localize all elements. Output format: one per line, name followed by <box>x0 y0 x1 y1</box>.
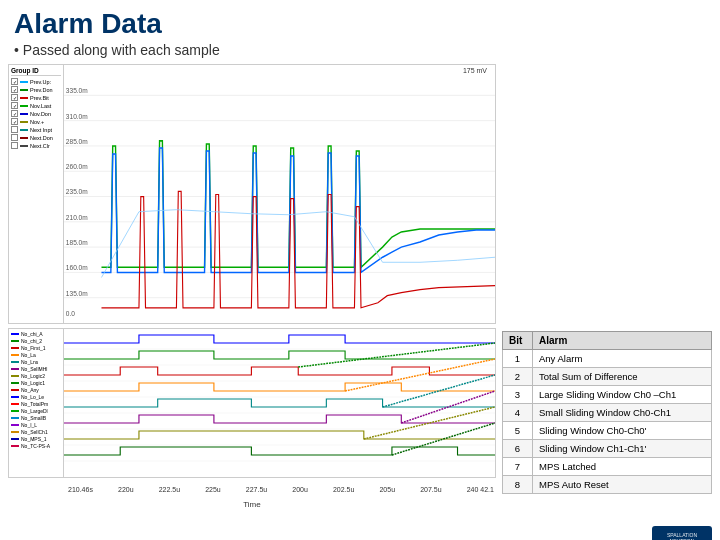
bottom-legend-label: No_MPS_1 <box>21 436 47 442</box>
bottom-legend-label: No_Logic2 <box>21 373 45 379</box>
alarm-cell: MPS Auto Reset <box>533 476 712 494</box>
bottom-legend-color-swatch <box>11 347 19 349</box>
legend-label: Next Inpt <box>30 127 52 133</box>
legend-checkbox[interactable]: ✓ <box>11 86 18 93</box>
bottom-legend-item: No_SellMHl <box>11 366 61 372</box>
logo: SPALLATION NEUTRON SOURCE <box>652 526 712 540</box>
legend-item: Next Inpt <box>11 126 61 133</box>
bottom-legend-item: No_SellCh1 <box>11 429 61 435</box>
bottom-legend-item: No_Logic1 <box>11 380 61 386</box>
table-row: 8MPS Auto Reset <box>503 476 712 494</box>
legend-checkbox[interactable]: ✓ <box>11 118 18 125</box>
page-subtitle: Passed along with each sample <box>0 42 720 64</box>
legend-checkbox[interactable] <box>11 142 18 149</box>
svg-text:160.0m: 160.0m <box>66 264 88 271</box>
bottom-legend-color-swatch <box>11 396 19 398</box>
bit-cell: 3 <box>503 386 533 404</box>
svg-text:210.0m: 210.0m <box>66 214 88 221</box>
top-chart: Group ID ✓Prev.Up:✓Prev.Don✓Prev.Bit✓Nov… <box>8 64 496 324</box>
legend-label: Nov.+ <box>30 119 44 125</box>
bottom-legend-color-swatch <box>11 438 19 440</box>
legend-item: ✓Nov.Last <box>11 102 61 109</box>
top-chart-legend: Group ID ✓Prev.Up:✓Prev.Don✓Prev.Bit✓Nov… <box>9 65 64 323</box>
bottom-legend-color-swatch <box>11 368 19 370</box>
bottom-legend-label: No_chi_2 <box>21 338 42 344</box>
bottom-chart-legend: No_chi_ANo_chi_2No_First_1No_LaNo_LnsNo_… <box>9 329 64 477</box>
bit-cell: 4 <box>503 404 533 422</box>
legend-color-swatch <box>20 145 28 147</box>
bottom-legend-item: No_MPS_1 <box>11 436 61 442</box>
legend-label: Nov.Last <box>30 103 51 109</box>
bit-cell: 2 <box>503 368 533 386</box>
bottom-legend-label: No_Anу <box>21 387 39 393</box>
bit-cell: 7 <box>503 458 533 476</box>
bottom-legend-color-swatch <box>11 361 19 363</box>
top-chart-plot: 175 mV 335.0m <box>64 65 495 323</box>
legend-color-swatch <box>20 97 28 99</box>
right-panel: Bit Alarm 1Any Alarm2Total Sum of Differ… <box>502 64 712 524</box>
alarm-cell: Any Alarm <box>533 350 712 368</box>
legend-item: ✓Nov.+ <box>11 118 61 125</box>
svg-text:310.0m: 310.0m <box>66 112 88 119</box>
alarm-cell: MPS Latched <box>533 458 712 476</box>
legend-label: Prev.Bit <box>30 95 49 101</box>
bottom-legend-item: No_Lns <box>11 359 61 365</box>
svg-text:185.0m: 185.0m <box>66 239 88 246</box>
bottom-legend-item: No_I_L <box>11 422 61 428</box>
alarm-cell: Small Sliding Window Ch0-Ch1 <box>533 404 712 422</box>
bit-header: Bit <box>503 332 533 350</box>
bottom-chart: No_chi_ANo_chi_2No_First_1No_LaNo_LnsNo_… <box>8 328 496 478</box>
footer: 14 E SPALLATION NEUTRON SOURCE <box>0 524 720 540</box>
bottom-chart-plot <box>64 329 495 477</box>
bottom-legend-item: No_chi_A <box>11 331 61 337</box>
table-row: 2Total Sum of Difference <box>503 368 712 386</box>
legend-checkbox[interactable]: ✓ <box>11 110 18 117</box>
legend-checkbox[interactable]: ✓ <box>11 94 18 101</box>
table-row: 1Any Alarm <box>503 350 712 368</box>
legend-label: Next.Don <box>30 135 53 141</box>
bottom-legend-color-swatch <box>11 431 19 433</box>
bottom-legend-item: No_Anу <box>11 387 61 393</box>
page-title: Alarm Data <box>0 0 720 42</box>
legend-color-swatch <box>20 81 28 83</box>
svg-text:335.0m: 335.0m <box>66 87 88 94</box>
bit-cell: 5 <box>503 422 533 440</box>
legend-item: ✓Prev.Don <box>11 86 61 93</box>
legend-item: ✓Nov.Don <box>11 110 61 117</box>
legend-checkbox[interactable]: ✓ <box>11 102 18 109</box>
svg-text:235.0m: 235.0m <box>66 188 88 195</box>
alarm-cell: Sliding Window Ch0-Ch0' <box>533 422 712 440</box>
alarm-cell: Large Sliding Window Ch0 –Ch1 <box>533 386 712 404</box>
bottom-legend-label: No_SellCh1 <box>21 429 48 435</box>
legend-label: Nov.Don <box>30 111 51 117</box>
svg-text:285.0m: 285.0m <box>66 138 88 145</box>
bottom-legend-item: No_chi_2 <box>11 338 61 344</box>
bottom-legend-color-swatch <box>11 417 19 419</box>
legend-checkbox[interactable] <box>11 126 18 133</box>
x-axis-title: Time <box>8 500 496 511</box>
table-row: 3Large Sliding Window Ch0 –Ch1 <box>503 386 712 404</box>
alarm-header: Alarm <box>533 332 712 350</box>
legend-item: ✓Prev.Up: <box>11 78 61 85</box>
bottom-legend-label: No_SmallB <box>21 415 46 421</box>
bottom-legend-color-swatch <box>11 333 19 335</box>
legend-label: Prev.Up: <box>30 79 51 85</box>
bottom-legend-label: No_Lo_Le <box>21 394 44 400</box>
bottom-legend-item: No_La <box>11 352 61 358</box>
legend-checkbox[interactable] <box>11 134 18 141</box>
legend-item: ✓Prev.Bit <box>11 94 61 101</box>
x-axis-labels: 210.46s 220u 222.5u 225u 227.5u 200u 202… <box>8 482 496 496</box>
bottom-legend-label: No_I_L <box>21 422 37 428</box>
legend-color-swatch <box>20 137 28 139</box>
svg-text:135.0m: 135.0m <box>66 289 88 296</box>
bottom-legend-color-swatch <box>11 410 19 412</box>
bottom-legend-item: No_Lo_Le <box>11 394 61 400</box>
legend-checkbox[interactable]: ✓ <box>11 78 18 85</box>
svg-text:260.0m: 260.0m <box>66 163 88 170</box>
alarm-cell: Sliding Window Ch1-Ch1' <box>533 440 712 458</box>
bottom-legend-color-swatch <box>11 389 19 391</box>
bottom-legend-item: No_SmallB <box>11 415 61 421</box>
alarm-cell: Total Sum of Difference <box>533 368 712 386</box>
bit-cell: 8 <box>503 476 533 494</box>
bit-cell: 6 <box>503 440 533 458</box>
